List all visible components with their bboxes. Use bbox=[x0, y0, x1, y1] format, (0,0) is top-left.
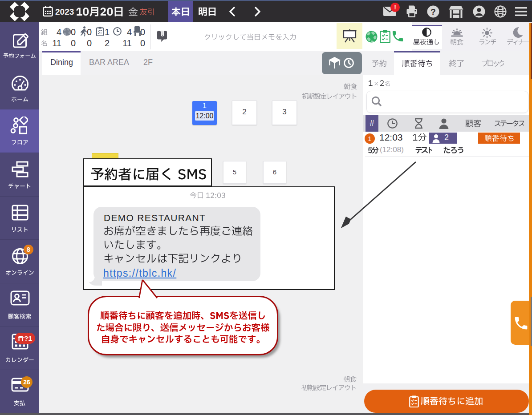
svg-text:?: ? bbox=[430, 7, 436, 16]
